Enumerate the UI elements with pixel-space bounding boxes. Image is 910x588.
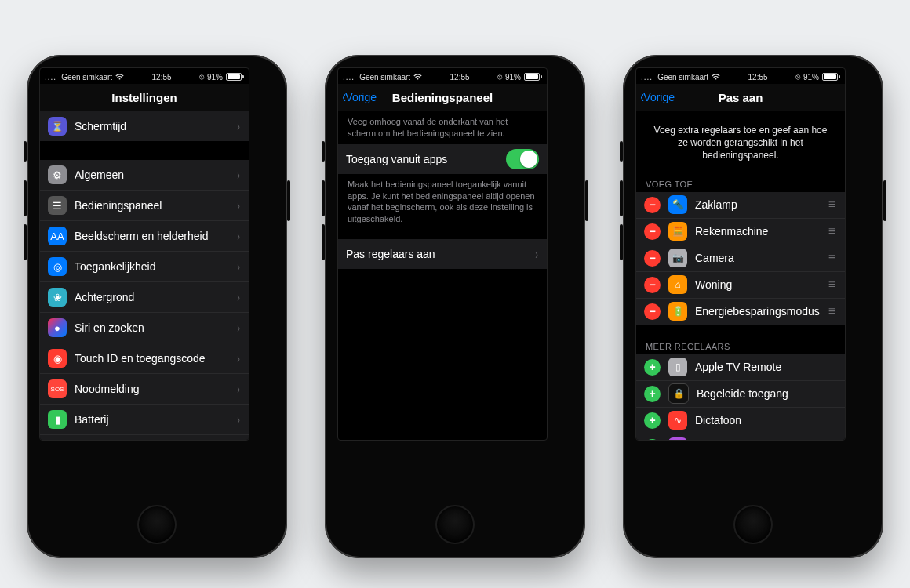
control-center-icon: ☰: [48, 196, 67, 215]
included-header: VOEG TOE: [636, 175, 845, 192]
control-row[interactable]: +▯Apple TV Remote: [636, 354, 845, 381]
remove-button[interactable]: −: [644, 277, 661, 293]
wallpaper-icon: ❀: [48, 288, 67, 307]
settings-row-label: Algemeen: [75, 169, 236, 181]
home-button[interactable]: [733, 505, 773, 544]
screentime-icon: ⏳: [48, 117, 67, 136]
control-row-label: Camera: [695, 252, 828, 264]
phone-settings: .... Geen simkaart 12:55 ⦸ 91% Instellin…: [27, 55, 287, 558]
rotation-lock-icon: ⦸: [199, 72, 204, 82]
feedback-icon: 💬: [668, 437, 687, 441]
battery-icon: ▮: [48, 410, 67, 429]
siri-icon: ●: [48, 318, 67, 337]
settings-row-label: Achtergrond: [75, 291, 236, 303]
wifi-icon: [712, 74, 720, 80]
phone-customize: .... Geen simkaart 12:55 ⦸ 91% ‹ Vorige …: [623, 55, 883, 558]
control-row[interactable]: +∿Dictafoon: [636, 408, 845, 434]
calculator-icon: 🧮: [668, 222, 687, 241]
reorder-handle-icon[interactable]: ≡: [828, 256, 837, 260]
add-button[interactable]: +: [644, 412, 661, 429]
chevron-right-icon: ›: [237, 198, 240, 214]
nav-bar: Instellingen: [40, 84, 249, 111]
control-row-label: Zaklamp: [695, 198, 828, 211]
status-bar: .... Geen simkaart 12:55 ⦸ 91%: [636, 68, 845, 84]
reorder-handle-icon[interactable]: ≡: [828, 229, 837, 234]
control-row-label: Rekenmachine: [695, 225, 828, 238]
carrier-label: Geen simkaart: [61, 73, 112, 82]
flashlight-icon: 🔦: [668, 195, 687, 214]
settings-row[interactable]: ▮Batterij›: [40, 405, 249, 435]
remove-button[interactable]: −: [644, 197, 661, 213]
carrier-label: Geen simkaart: [359, 73, 410, 82]
remove-button[interactable]: −: [644, 303, 661, 320]
screen-settings: .... Geen simkaart 12:55 ⦸ 91% Instellin…: [39, 67, 249, 441]
settings-row[interactable]: ◎Toegankelijkheid›: [40, 252, 249, 282]
back-button[interactable]: ‹ Vorige: [341, 84, 377, 111]
settings-row[interactable]: ⏳Schermtijd›: [40, 111, 249, 141]
clock-label: 12:55: [152, 73, 172, 82]
control-row[interactable]: −⌂Woning≡: [636, 272, 845, 299]
access-within-apps-toggle[interactable]: [506, 149, 539, 169]
chevron-right-icon: ›: [237, 320, 240, 336]
settings-row[interactable]: ☰Bedieningspaneel›: [40, 191, 249, 221]
add-button[interactable]: +: [644, 386, 661, 402]
reorder-handle-icon[interactable]: ≡: [828, 309, 837, 314]
camera-icon: 📷: [668, 249, 687, 267]
access-within-apps-row[interactable]: Toegang vanuit apps: [338, 144, 547, 174]
home-button[interactable]: [435, 505, 475, 544]
control-row-label: Energiebesparingsmodus: [695, 305, 828, 318]
status-bar: .... Geen simkaart 12:55 ⦸ 91%: [338, 68, 547, 84]
chevron-right-icon: ›: [237, 259, 240, 275]
settings-row-label: Noodmelding: [75, 383, 236, 395]
gear-icon: ⚙︎: [48, 165, 67, 184]
settings-row[interactable]: ◉Touch ID en toegangscode›: [40, 343, 249, 374]
settings-row[interactable]: AABeeldscherm en helderheid›: [40, 221, 249, 252]
more-header: MEER REGELAARS: [636, 337, 845, 354]
back-label: Vorige: [345, 91, 377, 103]
screen-control-center: .... Geen simkaart 12:55 ⦸ 91% ‹ Vorige …: [337, 67, 548, 441]
phone-control-center: .... Geen simkaart 12:55 ⦸ 91% ‹ Vorige …: [325, 55, 585, 558]
settings-row[interactable]: SOSNoodmelding›: [40, 374, 249, 405]
reorder-handle-icon[interactable]: ≡: [828, 282, 837, 287]
cell-signal-icon: ....: [641, 73, 653, 82]
settings-row-label: Touch ID en toegangscode: [75, 352, 236, 365]
control-row[interactable]: −📷Camera≡: [636, 245, 845, 272]
battery-icon: [524, 73, 542, 81]
chevron-right-icon: ›: [237, 412, 240, 428]
customize-label: Pas regelaars aan: [346, 248, 534, 260]
battery-pct-label: 91%: [803, 73, 819, 82]
settings-row[interactable]: ⚙︎Algemeen›: [40, 160, 249, 191]
settings-row[interactable]: ❀Achtergrond›: [40, 282, 249, 313]
back-button[interactable]: ‹ Vorige: [639, 84, 675, 111]
section-description: Veeg omhoog vanaf de onderkant van het s…: [338, 111, 547, 144]
nav-bar: ‹ Vorige Pas aan: [636, 84, 845, 111]
add-button[interactable]: +: [644, 359, 661, 376]
settings-row-label: Bedieningspaneel: [75, 199, 236, 212]
low-power-icon: 🔋: [668, 302, 687, 321]
clock-label: 12:55: [748, 73, 768, 82]
settings-row[interactable]: ✋Privacy›: [40, 435, 249, 441]
control-row[interactable]: −🧮Rekenmachine≡: [636, 219, 845, 245]
control-row[interactable]: +💬Feedbackassistent: [636, 434, 845, 441]
home-button[interactable]: [137, 505, 177, 544]
battery-pct-label: 91%: [207, 73, 223, 82]
control-row-label: Woning: [695, 278, 828, 291]
add-button[interactable]: +: [644, 439, 661, 441]
remove-button[interactable]: −: [644, 250, 661, 267]
chevron-right-icon: ›: [535, 246, 538, 263]
home-icon: ⌂: [668, 275, 687, 294]
control-row[interactable]: −🔋Energiebesparingsmodus≡: [636, 299, 845, 325]
wifi-icon: [413, 74, 422, 80]
control-row[interactable]: +🔒Begeleide toegang: [636, 381, 845, 408]
apple-tv-remote-icon: ▯: [668, 358, 687, 376]
sos-icon: SOS: [48, 379, 67, 398]
battery-icon: [226, 73, 244, 81]
reorder-handle-icon[interactable]: ≡: [828, 202, 837, 207]
settings-row[interactable]: ●Siri en zoeken›: [40, 313, 249, 343]
customize-controls-row[interactable]: Pas regelaars aan ›: [338, 239, 547, 269]
battery-icon: [822, 73, 840, 81]
remove-button[interactable]: −: [644, 223, 661, 240]
chevron-left-icon: ‹: [640, 89, 643, 106]
page-title: Bedieningspaneel: [392, 91, 493, 104]
control-row[interactable]: −🔦Zaklamp≡: [636, 192, 845, 219]
